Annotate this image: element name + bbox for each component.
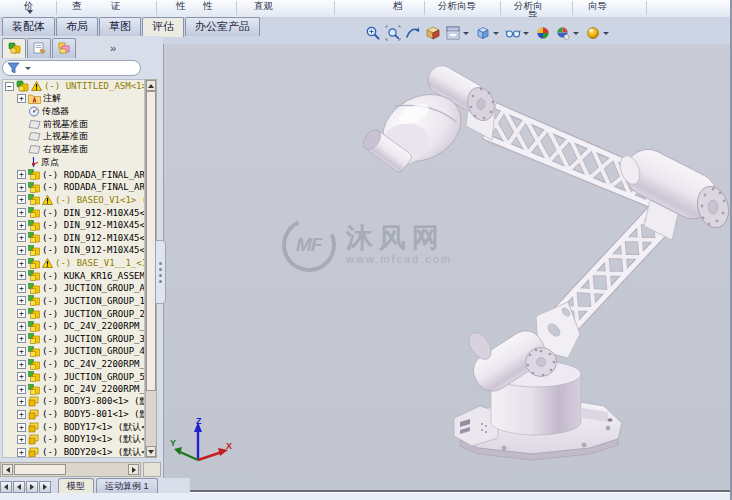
previous-view-button[interactable]: [403, 23, 423, 44]
expand-toggle[interactable]: +: [17, 208, 26, 217]
expand-toggle[interactable]: +: [17, 385, 26, 394]
expand-toggle[interactable]: +: [17, 284, 26, 293]
motion-nav-next-button[interactable]: [26, 481, 38, 493]
zoom-to-area-button[interactable]: [383, 23, 403, 44]
graphics-viewport[interactable]: MF 沐风网 www.mfcad.com: [163, 44, 731, 490]
tree-item[interactable]: +(-) DIN_912-M10X45<1: [3, 206, 144, 219]
expand-toggle[interactable]: +: [17, 360, 26, 369]
tree-item[interactable]: +(-) JUCTION_GROUP_AS: [3, 282, 144, 295]
apply-scene-button[interactable]: [553, 23, 583, 44]
tree-item[interactable]: +(-) DC_24V_2200RPM_1: [3, 383, 144, 396]
display-style-dropdown-caret[interactable]: [493, 32, 499, 35]
expand-toggle[interactable]: +: [17, 195, 26, 204]
tab-assembly[interactable]: 装配体: [2, 17, 55, 36]
tree-item[interactable]: +(-) BODY17<1> (默认<: [3, 421, 144, 434]
tree-item-label: 上视基准面: [43, 130, 88, 143]
tree-item[interactable]: +(-) BASE_V1__1_<1: [3, 257, 144, 270]
tree-item[interactable]: +(-) DC_24V_2200RPM_1: [3, 320, 144, 333]
tree-item[interactable]: +(-) BODY5-801<1> (默: [3, 408, 144, 421]
tree-item[interactable]: +(-) DC_24V_2200RPM_1: [3, 358, 144, 371]
scroll-left-button[interactable]: [2, 464, 13, 475]
tree-item[interactable]: 原点: [3, 156, 144, 169]
expand-toggle[interactable]: +: [17, 435, 26, 444]
expand-toggle[interactable]: +: [17, 246, 26, 255]
view-settings-dropdown-caret[interactable]: [603, 32, 609, 35]
tree-item[interactable]: 右视基准面: [3, 143, 144, 156]
edit-appearance-button[interactable]: [533, 23, 553, 44]
scroll-up-button[interactable]: [146, 80, 156, 91]
scroll-right-button[interactable]: [128, 464, 139, 475]
tree-item[interactable]: +(-) JUCTION_GROUP_2_: [3, 307, 144, 320]
tree-item[interactable]: +(-) BODY3-800<1> (默: [3, 396, 144, 409]
tree-item[interactable]: +(-) DIN_912-M10X45<2: [3, 219, 144, 232]
tree-item[interactable]: +(-) DIN_912-M10X45<3: [3, 232, 144, 245]
tree-item[interactable]: +注解: [3, 93, 144, 106]
expand-toggle[interactable]: +: [17, 183, 26, 192]
tab-office-products[interactable]: 办公室产品: [185, 17, 260, 36]
tree-item[interactable]: −(-) UNTITLED_ASM<1>: [3, 80, 144, 93]
horizontal-scroll-thumb[interactable]: [14, 464, 66, 475]
expand-toggle[interactable]: +: [17, 233, 26, 242]
tree-item[interactable]: +(-) KUKA_KR16_ASSEMB: [3, 269, 144, 282]
expand-toggle[interactable]: +: [17, 423, 26, 432]
expand-toggle[interactable]: +: [17, 448, 26, 457]
expand-toggle[interactable]: +: [17, 347, 26, 356]
tab-sketch[interactable]: 草图: [99, 17, 141, 36]
ribbon-separator: [236, 1, 237, 15]
feature-tree-tab[interactable]: [2, 38, 26, 58]
panel-tabs-overflow-chevron[interactable]: »: [110, 42, 116, 54]
hide-show-items-dropdown-caret[interactable]: [523, 32, 529, 35]
expand-toggle[interactable]: +: [17, 259, 26, 268]
scroll-down-button[interactable]: [146, 446, 156, 457]
expand-toggle[interactable]: +: [17, 410, 26, 419]
view-orientation-button[interactable]: [443, 23, 473, 44]
tree-item[interactable]: +(-) RODADA_FINAL_ARM: [3, 168, 144, 181]
expand-toggle[interactable]: +: [17, 271, 26, 280]
tree-item[interactable]: +(-) BASEO_V1<1> (: [3, 194, 144, 207]
apply-scene-dropdown-caret[interactable]: [573, 32, 579, 35]
expand-toggle[interactable]: +: [17, 334, 26, 343]
expand-toggle[interactable]: +: [17, 94, 26, 103]
display-style-button[interactable]: [473, 23, 503, 44]
expand-toggle[interactable]: +: [17, 170, 26, 179]
filter-dropdown-caret[interactable]: [25, 67, 31, 70]
motion-tab-model[interactable]: 模型: [58, 478, 94, 493]
panel-splitter-handle[interactable]: [155, 240, 166, 304]
hide-show-items-button[interactable]: [503, 23, 533, 44]
tree-item[interactable]: 传感器: [3, 105, 144, 118]
motion-nav-prev-button[interactable]: [13, 481, 25, 493]
tree-item[interactable]: +(-) JUCTION_GROUP_4_: [3, 345, 144, 358]
view-settings-button[interactable]: [583, 23, 613, 44]
expand-toggle[interactable]: +: [17, 372, 26, 381]
motion-nav-first-button[interactable]: [0, 481, 12, 493]
tree-item[interactable]: +(-) JUCTION_GROUP_3_: [3, 333, 144, 346]
tree-item[interactable]: 上视基准面: [3, 131, 144, 144]
expand-toggle[interactable]: +: [17, 397, 26, 406]
view-orientation-dropdown-caret[interactable]: [463, 32, 469, 35]
tree-item[interactable]: +(-) RODADA_FINAL_ARM: [3, 181, 144, 194]
section-view-button[interactable]: [423, 23, 443, 44]
tree-horizontal-scrollbar[interactable]: [0, 462, 141, 477]
tab-layout[interactable]: 布局: [56, 17, 98, 36]
tree-item[interactable]: +(-) JUCTION_GROUP_1_: [3, 295, 144, 308]
tree-item[interactable]: 前视基准面: [3, 118, 144, 131]
tree-item[interactable]: +(-) DIN_912-M10X45<4: [3, 244, 144, 257]
configuration-manager-tab[interactable]: [52, 38, 76, 58]
expand-toggle[interactable]: +: [17, 296, 26, 305]
tree-item[interactable]: +(-) BODY19<1> (默认<: [3, 434, 144, 447]
robot-base: [454, 324, 622, 460]
motion-tab-motion-study-1[interactable]: 运动算例 1: [96, 478, 158, 493]
tree-filter-bar[interactable]: [2, 60, 141, 76]
warning-icon: [42, 258, 53, 268]
tree-item[interactable]: +(-) BODY20<1> (默认<: [3, 446, 144, 458]
property-manager-tab[interactable]: [27, 38, 51, 58]
expand-toggle[interactable]: +: [17, 221, 26, 230]
motion-nav-last-button[interactable]: [39, 481, 51, 493]
zoom-to-fit-button[interactable]: [363, 23, 383, 44]
expand-toggle[interactable]: −: [5, 82, 14, 91]
tree-item[interactable]: +(-) JUCTION_GROUP_5_: [3, 370, 144, 383]
expand-toggle[interactable]: +: [17, 322, 26, 331]
tab-evaluate[interactable]: 评估: [142, 17, 184, 37]
ribbon-separator: [500, 1, 501, 15]
expand-toggle[interactable]: +: [17, 309, 26, 318]
